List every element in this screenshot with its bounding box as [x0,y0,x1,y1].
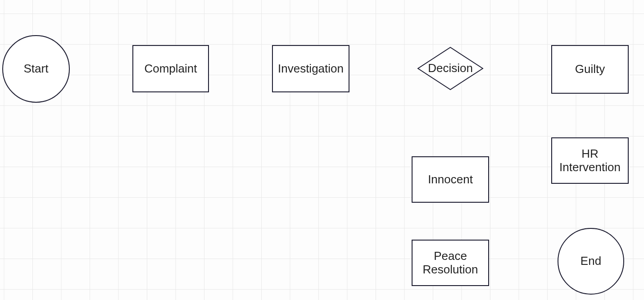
node-hr-intervention[interactable]: HR Intervention [551,137,629,184]
node-end[interactable]: End [558,228,624,295]
node-innocent-label: Innocent [428,173,473,186]
node-complaint[interactable]: Complaint [132,45,209,92]
node-start-label: Start [24,62,49,76]
node-complaint-label: Complaint [144,62,197,76]
node-investigation[interactable]: Investigation [272,45,349,92]
node-hr-intervention-label: HR Intervention [554,147,626,174]
node-peace-resolution[interactable]: Peace Resolution [412,240,489,286]
node-decision-label: Decision [428,62,473,75]
node-innocent[interactable]: Innocent [412,156,489,203]
node-investigation-label: Investigation [278,62,344,76]
node-decision[interactable]: Decision [412,41,489,95]
node-start[interactable]: Start [2,35,70,103]
node-end-label: End [581,255,601,268]
node-peace-resolution-label: Peace Resolution [414,250,486,277]
node-guilty[interactable]: Guilty [551,45,629,94]
node-guilty-label: Guilty [575,63,605,76]
